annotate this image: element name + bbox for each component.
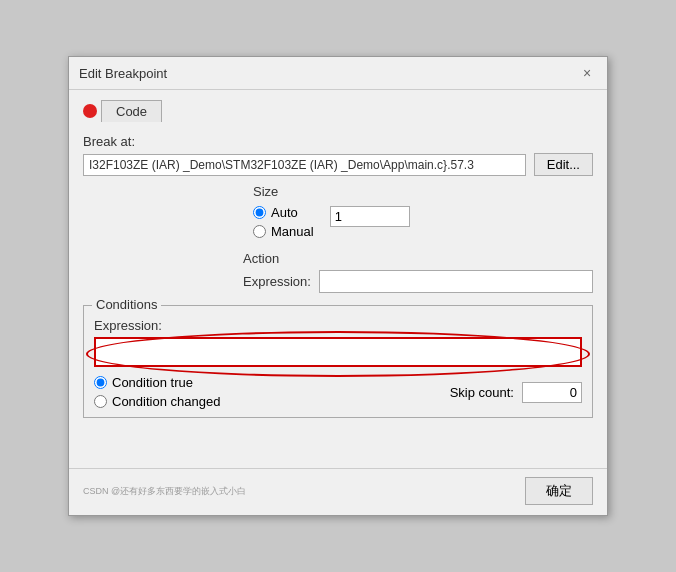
tab-bar: Code [83, 100, 593, 122]
break-at-label: Break at: [83, 134, 593, 149]
size-manual-row: Manual [253, 224, 314, 239]
conditions-section: Conditions Expression: Condition true [83, 305, 593, 418]
watermark: CSDN @还有好多东西要学的嵌入式小白 [83, 485, 246, 498]
size-auto-row: Auto [253, 205, 314, 220]
size-manual-radio[interactable] [253, 225, 266, 238]
size-manual-label: Manual [271, 224, 314, 239]
close-button[interactable]: × [577, 63, 597, 83]
size-section: Size Auto Manual [253, 184, 314, 239]
condition-true-row: Condition true [94, 375, 220, 390]
condition-changed-radio[interactable] [94, 395, 107, 408]
break-at-input[interactable] [83, 154, 526, 176]
action-section: Action Expression: [243, 251, 593, 293]
conditions-expression-label: Expression: [94, 318, 582, 333]
conditions-expression-wrapper [94, 337, 582, 367]
dialog-body: Code Break at: Edit... Size Auto Manual [69, 90, 607, 468]
action-label: Action [243, 251, 593, 266]
condition-changed-row: Condition changed [94, 394, 220, 409]
conditions-legend: Conditions [92, 297, 161, 312]
condition-true-radio[interactable] [94, 376, 107, 389]
edit-button[interactable]: Edit... [534, 153, 593, 176]
skip-count-group: Skip count: [450, 382, 582, 403]
size-label: Size [253, 184, 314, 199]
dialog-footer: CSDN @还有好多东西要学的嵌入式小白 确定 [69, 468, 607, 515]
edit-breakpoint-dialog: Edit Breakpoint × Code Break at: Edit...… [68, 56, 608, 516]
break-at-row: Edit... [83, 153, 593, 176]
dialog-title: Edit Breakpoint [79, 66, 167, 81]
size-auto-label: Auto [271, 205, 298, 220]
skip-count-label: Skip count: [450, 385, 514, 400]
size-auto-radio[interactable] [253, 206, 266, 219]
conditions-radio-group: Condition true Condition changed [94, 375, 220, 409]
conditions-expression-row: Expression: [94, 318, 582, 367]
condition-changed-label: Condition changed [112, 394, 220, 409]
condition-true-label: Condition true [112, 375, 193, 390]
conditions-expression-input[interactable] [94, 337, 582, 367]
code-tab-dot [83, 104, 97, 118]
conditions-bottom-row: Condition true Condition changed Skip co… [94, 375, 582, 409]
action-expression-input[interactable] [319, 270, 593, 293]
code-tab[interactable]: Code [101, 100, 162, 122]
action-expression-label: Expression: [243, 274, 311, 289]
ok-button[interactable]: 确定 [525, 477, 593, 505]
dialog-titlebar: Edit Breakpoint × [69, 57, 607, 90]
break-at-section: Break at: Edit... [83, 134, 593, 176]
action-expression-row: Expression: [243, 270, 593, 293]
skip-count-input[interactable] [522, 382, 582, 403]
size-value-input[interactable] [330, 206, 410, 227]
